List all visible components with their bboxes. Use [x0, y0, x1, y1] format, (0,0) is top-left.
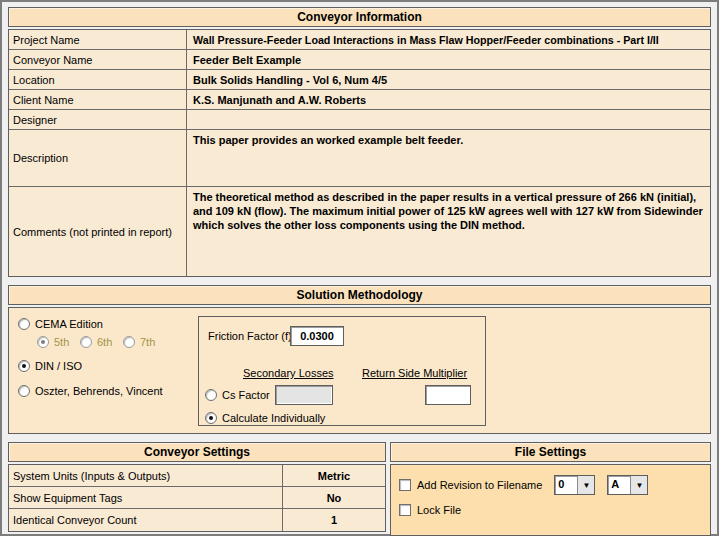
table-row: Designer [9, 110, 710, 130]
client-name-label: Client Name [9, 90, 187, 109]
friction-losses-box: Friction Factor (f) 0.0300 Secondary Los… [198, 316, 486, 426]
friction-factor-label: Friction Factor (f) [208, 330, 292, 342]
table-row: Location Bulk Solids Handling - Vol 6, N… [9, 70, 710, 90]
din-iso-radio[interactable] [18, 360, 30, 372]
system-units-label: System Units (Inputs & Outputs) [9, 465, 283, 486]
revision-letter-value: A [608, 476, 630, 494]
cs-factor-input[interactable] [275, 385, 333, 405]
conveyor-information-header: Conveyor Information [8, 7, 711, 27]
cema-edition-radio[interactable] [18, 318, 30, 330]
client-name-value[interactable]: K.S. Manjunath and A.W. Roberts [187, 90, 710, 109]
calculate-individually-radio[interactable] [205, 412, 217, 424]
bottom-section: Conveyor Settings System Units (Inputs &… [8, 442, 711, 536]
cema-7th-radio[interactable] [123, 336, 135, 348]
din-iso-option[interactable]: DIN / ISO [18, 360, 82, 372]
calculate-individually-label: Calculate Individually [222, 412, 325, 424]
table-row: System Units (Inputs & Outputs) Metric [9, 465, 385, 487]
friction-factor-input[interactable]: 0.0300 [290, 326, 344, 346]
table-row: Conveyor Name Feeder Belt Example [9, 50, 710, 70]
solution-methodology-panel: CEMA Edition 5th 6th 7th DIN / ISO Oszte… [8, 307, 711, 434]
table-row: Description This paper provides an worke… [9, 130, 710, 187]
conveyor-name-value[interactable]: Feeder Belt Example [187, 50, 710, 69]
file-settings-panel: Add Revision to Filename 0 ▼ A ▼ Lock Fi… [390, 464, 711, 536]
lock-file-checkbox[interactable] [399, 504, 411, 516]
table-row: Client Name K.S. Manjunath and A.W. Robe… [9, 90, 710, 110]
calculate-individually-option[interactable]: Calculate Individually [205, 412, 325, 424]
secondary-losses-heading: Secondary Losses [243, 367, 334, 379]
location-value[interactable]: Bulk Solids Handling - Vol 6, Num 4/5 [187, 70, 710, 89]
project-name-label: Project Name [9, 30, 187, 49]
return-side-multiplier-input[interactable] [425, 385, 471, 405]
cema-7th-label: 7th [140, 336, 155, 348]
return-side-multiplier-heading: Return Side Multiplier [362, 367, 467, 379]
cs-factor-label: Cs Factor [222, 389, 270, 401]
conveyor-settings-table: System Units (Inputs & Outputs) Metric S… [8, 464, 386, 532]
cema-edition-label: CEMA Edition [35, 318, 103, 330]
comments-value[interactable]: The theoretical method as described in t… [187, 187, 710, 276]
description-label: Description [9, 130, 187, 186]
lock-file-label: Lock File [417, 504, 461, 516]
add-revision-label: Add Revision to Filename [417, 479, 542, 491]
cs-factor-radio[interactable] [205, 389, 217, 401]
show-equipment-tags-label: Show Equipment Tags [9, 487, 283, 508]
chevron-down-icon[interactable]: ▼ [630, 476, 647, 494]
add-revision-row: Add Revision to Filename 0 ▼ A ▼ [399, 475, 702, 495]
cema-6th-label: 6th [97, 336, 112, 348]
file-settings-column: File Settings Add Revision to Filename 0… [390, 442, 711, 536]
description-value[interactable]: This paper provides an worked example be… [187, 130, 710, 186]
identical-conveyor-count-value[interactable]: 1 [283, 509, 385, 531]
conveyor-info-window: Conveyor Information Project Name Wall P… [0, 0, 719, 536]
table-row: Project Name Wall Pressure-Feeder Load I… [9, 30, 710, 50]
conveyor-information-table: Project Name Wall Pressure-Feeder Load I… [8, 29, 711, 277]
show-equipment-tags-value[interactable]: No [283, 487, 385, 508]
solution-methodology-header: Solution Methodology [8, 285, 711, 305]
cs-factor-option[interactable]: Cs Factor [205, 389, 270, 401]
comments-label: Comments (not printed in report) [9, 187, 187, 276]
cema-5th-radio[interactable] [37, 336, 49, 348]
cema-5th-option[interactable]: 5th [37, 336, 69, 348]
lock-file-row: Lock File [399, 500, 702, 520]
table-row: Comments (not printed in report) The the… [9, 187, 710, 276]
identical-conveyor-count-label: Identical Conveyor Count [9, 509, 283, 531]
conveyor-settings-column: Conveyor Settings System Units (Inputs &… [8, 442, 386, 536]
designer-value[interactable] [187, 110, 710, 129]
designer-label: Designer [9, 110, 187, 129]
cema-edition-option[interactable]: CEMA Edition [18, 318, 103, 330]
cema-5th-label: 5th [54, 336, 69, 348]
conveyor-name-label: Conveyor Name [9, 50, 187, 69]
cema-6th-radio[interactable] [80, 336, 92, 348]
oszter-radio[interactable] [18, 385, 30, 397]
cema-7th-option[interactable]: 7th [123, 336, 155, 348]
revision-number-value: 0 [555, 476, 577, 494]
location-label: Location [9, 70, 187, 89]
chevron-down-icon[interactable]: ▼ [577, 476, 594, 494]
add-revision-checkbox[interactable] [399, 479, 411, 491]
project-name-value[interactable]: Wall Pressure-Feeder Load Interactions i… [187, 30, 710, 49]
conveyor-settings-header: Conveyor Settings [8, 442, 386, 462]
system-units-value[interactable]: Metric [283, 465, 385, 486]
revision-letter-dropdown[interactable]: A ▼ [607, 475, 648, 495]
cema-6th-option[interactable]: 6th [80, 336, 112, 348]
din-iso-label: DIN / ISO [35, 360, 82, 372]
file-settings-header: File Settings [390, 442, 711, 462]
oszter-label: Oszter, Behrends, Vincent [35, 385, 163, 397]
oszter-option[interactable]: Oszter, Behrends, Vincent [18, 385, 163, 397]
table-row: Show Equipment Tags No [9, 487, 385, 509]
revision-number-dropdown[interactable]: 0 ▼ [554, 475, 595, 495]
table-row: Identical Conveyor Count 1 [9, 509, 385, 531]
